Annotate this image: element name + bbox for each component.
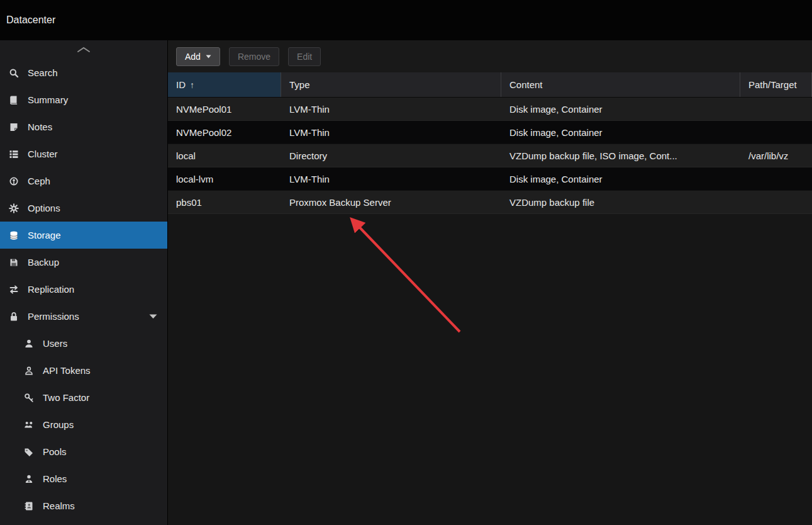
remove-button[interactable]: Remove: [229, 47, 279, 66]
table-row-local-lvm[interactable]: local-lvm LVM-Thin Disk image, Container: [168, 167, 812, 191]
sidebar-item-notes[interactable]: Notes: [0, 113, 167, 140]
chevron-down-icon[interactable]: [149, 313, 157, 319]
sidebar-item-label: Pools: [43, 446, 67, 457]
chevron-down-icon: [206, 55, 211, 59]
cell-content: VZDump backup file, ISO image, Cont...: [501, 144, 740, 167]
edit-button-label: Edit: [297, 52, 312, 62]
main-layout: Search Summary Notes Cluster Ceph Option…: [0, 40, 812, 525]
sidebar-item-options[interactable]: Options: [0, 195, 167, 222]
sidebar-item-label: Cluster: [28, 149, 58, 159]
sidebar-item-api-tokens[interactable]: API Tokens: [0, 357, 167, 384]
sidebar-item-search[interactable]: Search: [0, 59, 167, 86]
sidebar-item-groups[interactable]: Groups: [0, 411, 167, 438]
page-title: Datacenter: [6, 14, 55, 26]
sidebar-item-label: Storage: [28, 230, 61, 240]
cell-path: [740, 167, 812, 190]
sidebar-item-label: Groups: [43, 419, 74, 430]
sidebar-item-label: Backup: [28, 257, 59, 268]
sidebar: Search Summary Notes Cluster Ceph Option…: [0, 40, 168, 525]
sidebar-item-replication[interactable]: Replication: [0, 276, 167, 303]
sidebar-item-label: Options: [28, 203, 60, 213]
permissions-icon: [8, 312, 19, 322]
cell-content: Disk image, Container: [501, 121, 740, 144]
sidebar-item-summary[interactable]: Summary: [0, 86, 167, 113]
sidebar-item-label: Two Factor: [43, 392, 89, 403]
table-row-nvmepool02[interactable]: NVMePool02 LVM-Thin Disk image, Containe…: [168, 121, 812, 144]
cell-id: NVMePool01: [168, 98, 281, 120]
column-header-id[interactable]: ID ↑: [168, 72, 281, 97]
table-header: ID ↑ Type Content Path/Target: [168, 72, 812, 98]
column-header-content[interactable]: Content: [501, 72, 740, 97]
sidebar-item-pools[interactable]: Pools: [0, 438, 167, 465]
column-header-type-label: Type: [289, 79, 310, 90]
cell-type: Proxmox Backup Server: [281, 191, 501, 213]
cell-content: Disk image, Container: [501, 167, 740, 190]
groups-icon: [23, 420, 35, 430]
column-header-content-label: Content: [509, 79, 543, 90]
storage-table: ID ↑ Type Content Path/Target NVMePool01…: [168, 72, 812, 525]
table-row-local[interactable]: local Directory VZDump backup file, ISO …: [168, 144, 812, 167]
roles-icon: [23, 474, 35, 484]
sidebar-item-backup[interactable]: Backup: [0, 249, 167, 276]
sidebar-item-label: Ceph: [28, 176, 50, 186]
cell-path: /var/lib/vz: [740, 144, 812, 167]
add-button-label: Add: [185, 52, 201, 62]
sidebar-item-users[interactable]: Users: [0, 330, 167, 357]
sidebar-top: [0, 40, 167, 59]
sidebar-item-label: Summary: [28, 94, 68, 105]
backup-icon: [8, 257, 19, 268]
sidebar-item-roles[interactable]: Roles: [0, 465, 167, 492]
sidebar-item-two-factor[interactable]: Two Factor: [0, 384, 167, 411]
sidebar-item-ceph[interactable]: Ceph: [0, 167, 167, 195]
cell-id: pbs01: [168, 191, 281, 213]
realms-icon: [23, 501, 35, 511]
summary-icon: [8, 95, 19, 105]
sidebar-item-label: API Tokens: [43, 365, 91, 376]
sidebar-item-storage[interactable]: Storage: [0, 222, 167, 249]
pools-icon: [23, 447, 35, 457]
cell-id: NVMePool02: [168, 121, 281, 144]
sidebar-item-cluster[interactable]: Cluster: [0, 140, 167, 167]
add-button[interactable]: Add: [176, 47, 220, 66]
cell-content: Disk image, Container: [501, 98, 740, 120]
ceph-icon: [8, 176, 19, 186]
table-row-nvmepool01[interactable]: NVMePool01 LVM-Thin Disk image, Containe…: [168, 98, 812, 121]
cell-path: [740, 191, 812, 213]
column-header-path[interactable]: Path/Target: [740, 72, 812, 97]
chevron-up-icon: [77, 44, 91, 55]
cell-type: Directory: [281, 144, 501, 167]
sidebar-item-label: Search: [28, 67, 58, 78]
cell-path: [740, 98, 812, 120]
options-icon: [8, 203, 19, 213]
search-icon: [8, 68, 19, 78]
cell-type: LVM-Thin: [281, 167, 501, 190]
cell-id: local-lvm: [168, 167, 281, 190]
sidebar-item-label: Realms: [43, 500, 75, 511]
cell-type: LVM-Thin: [281, 98, 501, 120]
sort-ascending-icon: ↑: [190, 80, 194, 90]
sidebar-item-label: Permissions: [28, 311, 79, 322]
sidebar-item-permissions[interactable]: Permissions: [0, 303, 167, 330]
cell-id: local: [168, 144, 281, 167]
toolbar: Add Remove Edit: [168, 40, 812, 72]
cluster-icon: [8, 149, 19, 159]
cell-type: LVM-Thin: [281, 121, 501, 144]
sidebar-item-realms[interactable]: Realms: [0, 492, 167, 519]
column-header-id-label: ID: [176, 79, 186, 90]
table-row-pbs01[interactable]: pbs01 Proxmox Backup Server VZDump backu…: [168, 191, 812, 214]
top-bar: Datacenter: [0, 0, 812, 40]
notes-icon: [8, 122, 19, 132]
replication-icon: [8, 285, 19, 295]
content-panel: Add Remove Edit ID ↑ Type Content: [168, 40, 812, 525]
edit-button[interactable]: Edit: [288, 47, 321, 66]
sidebar-item-label: Notes: [28, 121, 52, 132]
user-icon: [23, 339, 35, 349]
cell-content: VZDump backup file: [501, 191, 740, 213]
remove-button-label: Remove: [238, 52, 270, 62]
sidebar-item-label: Users: [43, 338, 67, 349]
sidebar-item-label: Replication: [28, 284, 74, 295]
two-factor-icon: [23, 393, 35, 403]
column-header-type[interactable]: Type: [281, 72, 501, 97]
storage-icon: [8, 230, 19, 240]
api-token-icon: [23, 366, 35, 376]
